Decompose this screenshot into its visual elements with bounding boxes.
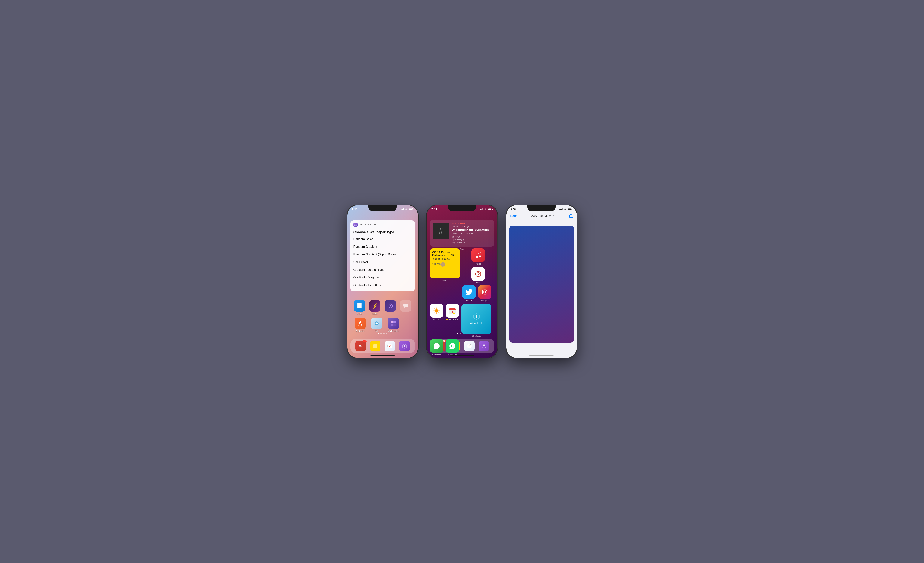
notes-widget-container: iOS 14 Review: Federico ← → BK Table of … <box>430 249 460 282</box>
color-title: #234BA8, #602979 <box>531 214 555 217</box>
shortcuts-widget[interactable]: View Link <box>461 304 492 334</box>
app-soor[interactable]: Soor <box>462 267 494 284</box>
app-instagram[interactable]: Instagram <box>478 285 492 302</box>
shortcuts-dock-svg <box>402 343 407 349</box>
notes-widget[interactable]: iOS 14 Review: Federico ← → BK Table of … <box>430 249 460 279</box>
app-fantastical[interactable]: 1 ● Fantastical <box>446 304 459 320</box>
dot-2 <box>381 333 382 334</box>
app-files[interactable]: Files <box>353 300 366 315</box>
message-bubble-svg <box>403 303 408 308</box>
app-music[interactable]: Music <box>462 249 494 265</box>
app-row-1: Files ⚡ Slack <box>348 300 418 315</box>
shortcuts-dock-icon[interactable] <box>399 341 410 351</box>
fantastical-dot <box>446 319 448 320</box>
color-preview <box>509 226 574 343</box>
wallcreator-icon-svg <box>354 223 357 226</box>
svg-point-32 <box>478 274 479 275</box>
menu-item-6[interactable]: Gradient - Diagonal <box>351 274 415 282</box>
app-wallcreator-home[interactable]: WallCreator <box>387 318 400 332</box>
app-anybuffer[interactable]: Anybuffer <box>354 318 367 332</box>
apps-grid-2: iOS 14 Review: Federico ← → BK Table of … <box>430 249 494 358</box>
notes-svg <box>373 343 378 349</box>
soor-song-title: Underneath the Sycamore <box>452 228 492 232</box>
svg-rect-29 <box>488 208 491 210</box>
soor-svg <box>474 270 482 278</box>
svg-point-22 <box>390 346 390 346</box>
music-svg <box>475 252 482 259</box>
dock-todoist[interactable]: 12 <box>356 341 366 351</box>
notes-dock-icon[interactable] <box>370 341 381 351</box>
status-icons-2 <box>480 208 493 210</box>
tot-icon-svg <box>374 321 380 326</box>
messages-svg <box>433 342 440 350</box>
svg-rect-52 <box>572 209 572 210</box>
svg-rect-26 <box>483 208 483 210</box>
battery-icon <box>409 208 413 210</box>
wallcreator-app-icon <box>354 223 358 227</box>
soor-widget[interactable]: # NOW PLAYING Codes and Keys Underneath … <box>430 220 494 247</box>
menu-item-5[interactable]: Gradient - Left to Right <box>351 266 415 274</box>
svg-rect-48 <box>560 209 561 210</box>
fantastical-icon: 1 ● <box>446 304 459 317</box>
svg-text:●: ● <box>453 313 454 314</box>
app-photos[interactable]: Photos <box>430 304 443 320</box>
grid-row-4: Messages WhatsApp <box>430 339 494 356</box>
music-icon <box>471 249 485 262</box>
app-shortcuts-placeholder[interactable] <box>384 300 397 315</box>
svg-rect-50 <box>562 208 562 210</box>
app-twitter[interactable]: Twitter <box>462 285 476 302</box>
wifi-icon-2 <box>484 208 487 210</box>
battery-icon-3 <box>567 208 572 210</box>
safari-dock-icon[interactable] <box>385 341 395 351</box>
svg-rect-25 <box>482 209 482 210</box>
todoist-badge: 12 <box>363 340 367 343</box>
done-button[interactable]: Done <box>510 214 518 218</box>
status-time-3: 2:54 <box>511 208 516 211</box>
svg-rect-18 <box>393 323 396 326</box>
app-message-bubble[interactable] <box>399 300 412 315</box>
svg-rect-15 <box>391 321 393 323</box>
phone3-navbar: Done #234BA8, #602979 <box>506 211 577 220</box>
svg-rect-5 <box>413 209 413 210</box>
menu-item-2[interactable]: Random Gradient <box>351 243 415 251</box>
slack-label: Slack <box>372 313 378 315</box>
notes-avatar <box>440 262 445 267</box>
grid-row-3: Photos 1 ● Fantastical <box>430 304 494 337</box>
fantastical-svg: 1 ● <box>448 307 456 315</box>
twitter-svg <box>465 289 472 295</box>
svg-point-34 <box>484 291 486 293</box>
svg-rect-28 <box>492 209 493 210</box>
small-app-col-1: Music Soor <box>462 249 494 284</box>
shortcuts-widget-text: View Link <box>470 322 483 325</box>
soor-artist: Death Cab for Cutie <box>452 232 492 235</box>
soor-album-art: # <box>432 223 449 240</box>
anybuffer-icon <box>355 318 366 329</box>
shortcuts-dark-icon <box>385 300 396 311</box>
svg-rect-10 <box>356 225 357 226</box>
app-slack[interactable]: ⚡ Slack <box>368 300 382 315</box>
menu-item-4[interactable]: Solid Color <box>351 258 415 266</box>
svg-rect-23 <box>480 210 481 210</box>
dock-1: 12 <box>351 339 415 353</box>
app-whatsapp[interactable]: WhatsApp <box>446 339 459 356</box>
menu-item-3[interactable]: Random Gradient (Top to Bottom) <box>351 251 415 258</box>
share-button[interactable] <box>569 213 573 219</box>
wifi-icon-3 <box>564 208 567 210</box>
home-indicator-2 <box>450 355 474 356</box>
wallcreator-big-bg <box>388 318 399 329</box>
svg-rect-19 <box>374 344 377 348</box>
anybuffer-label: Anybuffer <box>356 330 364 332</box>
apps-section-1: Files ⚡ Slack <box>348 300 418 335</box>
next-song-2: Pity and Fear <box>452 241 492 244</box>
svg-rect-3 <box>403 208 404 210</box>
svg-point-31 <box>479 255 481 257</box>
dot-4 <box>386 333 387 334</box>
menu-item-7[interactable]: Gradient - To Bottom <box>351 282 415 289</box>
whatsapp-svg <box>448 342 456 350</box>
app-messages[interactable]: Messages <box>430 339 443 356</box>
tot-icon <box>371 318 382 329</box>
menu-item-1[interactable]: Random Color <box>351 235 415 243</box>
app-tot[interactable]: Tot <box>370 318 384 332</box>
shortcuts-widget-icon <box>473 313 480 320</box>
wallcreator-card: WALLCREATOR Choose a Wallpaper Type Rand… <box>351 220 415 291</box>
